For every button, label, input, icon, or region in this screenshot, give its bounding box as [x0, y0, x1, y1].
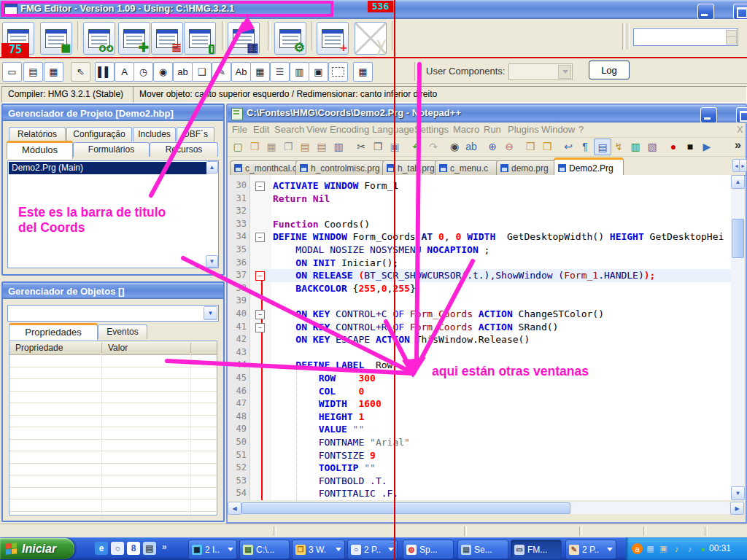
editor-vscrollbar[interactable]: ▲ ▼ [731, 175, 744, 500]
code-line-38[interactable]: BACKCOLOR {255,0,255} [273, 282, 416, 295]
label-control-button[interactable]: ▤ [23, 62, 43, 82]
scroll-down-button[interactable]: ▼ [206, 255, 218, 268]
menu-encoding[interactable]: Encoding [330, 122, 369, 137]
tab-relat-rios[interactable]: Relatórios [9, 127, 66, 141]
hscroll-left-button[interactable]: ◀ [228, 502, 241, 515]
menu-close-doc-icon[interactable]: X [737, 122, 743, 137]
object-manager-titlebar[interactable]: Gerenciador de Objetos [] [3, 283, 223, 299]
fold-marker[interactable]: − [255, 233, 265, 242]
listbox-control-button[interactable]: ☰ [270, 62, 290, 82]
play-macro-button[interactable]: ▶ [699, 139, 715, 154]
code-line-50[interactable]: FONTNAME "Arial" [273, 436, 410, 449]
mixer-tray-icon[interactable]: ♪ [684, 543, 695, 554]
find-button[interactable]: ◉ [446, 139, 462, 154]
load-session-button[interactable]: ❒ [522, 139, 538, 154]
menu-run[interactable]: Run [484, 122, 501, 137]
form-info-button[interactable]: i [184, 22, 216, 55]
code-line-37[interactable]: ON RELEASE (BT_SCR_SHOWCURSOR(.t.),ShowW… [273, 269, 655, 282]
editor-hscrollbar[interactable]: ◀ ▶ [228, 502, 744, 514]
display-tray-icon[interactable]: ▦ [645, 543, 656, 554]
project-manager-titlebar[interactable]: Gerenciador de Projeto [Demo2.hbp] [3, 105, 223, 121]
show-symbols-button[interactable]: ¶ [577, 139, 593, 154]
fold-marker[interactable]: − [255, 271, 265, 281]
npp-maximize-button[interactable] [736, 107, 747, 123]
antivirus-tray-icon[interactable]: a [632, 543, 643, 554]
search-quicklaunch-icon[interactable]: ○ [111, 542, 124, 555]
grid-settings-button[interactable]: ▦ [228, 22, 260, 55]
menu-search[interactable]: Search [274, 122, 304, 137]
vscroll-thumb[interactable] [732, 219, 744, 258]
hscroll-thumb[interactable] [241, 502, 570, 514]
menu-help[interactable]: ? [578, 122, 584, 137]
image-control-button[interactable]: ▦ [44, 62, 63, 82]
menu-plugins[interactable]: Plugins [508, 122, 539, 137]
code-line-34[interactable]: DEFINE WINDOW Form_Coords AT 0, 0 WIDTH … [273, 230, 724, 244]
object-select[interactable]: ▼ [7, 305, 219, 322]
animate-control-button[interactable]: ▣ [309, 62, 328, 82]
task-internet-group[interactable]: ▦2 I.. [188, 540, 237, 559]
task-notepadpp[interactable]: ▤C:\... [239, 540, 290, 559]
tab-propriedades[interactable]: Propriedades [9, 323, 98, 341]
volume-tray-icon[interactable]: ♪ [671, 543, 682, 554]
close-all-button[interactable]: ▤ [314, 139, 330, 154]
code-line-54[interactable]: FONTITALIC .F. [273, 487, 398, 500]
combo-control-button[interactable]: ✎ [212, 62, 231, 82]
indent-guide-button[interactable]: ▤ [594, 139, 611, 155]
fold-marker[interactable]: − [255, 310, 265, 319]
updater-tray-icon[interactable]: ● [697, 543, 708, 554]
monitor-button[interactable]: ▥ [627, 139, 643, 154]
code-line-45[interactable]: ROW 300 [273, 372, 376, 385]
user-components-select[interactable] [508, 63, 573, 80]
menu-edit[interactable]: Edit [253, 122, 269, 137]
fmg-search-input[interactable] [633, 28, 738, 46]
notepadpp-titlebar[interactable]: C:\Fontes\HMG\Coords\Demo2.Prg - Notepad… [228, 105, 746, 122]
code-line-30[interactable]: ACTIVATE WINDOW Form_1 [273, 179, 398, 192]
chevron-down-icon[interactable]: ▼ [204, 306, 217, 320]
task-chrome[interactable]: ◍Sp... [403, 540, 454, 559]
cut-button[interactable]: ✂ [353, 139, 369, 154]
redo-button[interactable]: ↷ [425, 139, 441, 154]
scroll-up-button[interactable]: ▲ [206, 161, 218, 174]
frame-control-button[interactable] [328, 62, 348, 82]
function-list-button[interactable]: ↯ [611, 139, 627, 154]
code-line-53[interactable]: FONTBOLD .T. [273, 475, 387, 488]
code-line-42[interactable]: ON KEY ESCAPE ACTION ThisWindow.Release(… [273, 333, 530, 346]
textbox-control-button[interactable]: ab [173, 62, 193, 82]
align-tools-button[interactable]: ≣ [151, 22, 183, 55]
code-line-33[interactable]: Function Coords() [273, 218, 370, 231]
fold-marker[interactable]: − [255, 323, 265, 332]
radio-control-button[interactable]: ◉ [153, 62, 173, 82]
tab-recursos[interactable]: Recursos [150, 142, 218, 157]
tab-eventos[interactable]: Eventos [98, 324, 147, 339]
code-line-36[interactable]: ON INIT Iniciar(); [273, 257, 398, 270]
doc-tab-h-controlmisc-prg[interactable]: h_controlmisc.prg [295, 160, 386, 175]
zoom-out-button[interactable]: ⊖ [501, 139, 517, 154]
window-control-button[interactable]: ▭ [2, 62, 22, 82]
printer-tray-icon[interactable]: ▣ [658, 543, 669, 554]
progressbar-control-button[interactable]: ▥ [290, 62, 309, 82]
menu-file[interactable]: File [232, 122, 247, 137]
stop-macro-button[interactable]: ■ [682, 139, 698, 154]
code-line-49[interactable]: VALUE "" [273, 423, 364, 436]
task-paint-group[interactable]: ✎2 P.. [565, 540, 616, 559]
menu-settings[interactable]: Settings [414, 122, 449, 137]
maximize-button[interactable] [733, 4, 747, 20]
task-search-group[interactable]: ○2 P.. [347, 540, 398, 559]
list-item[interactable]: Demo2.Prg (Main) [9, 162, 206, 174]
save-form-button[interactable]: ◼ [40, 22, 72, 55]
notes-quicklaunch-icon[interactable]: ▤ [143, 542, 156, 555]
pointer-tool-button[interactable]: ⇖ [71, 62, 90, 82]
npp-minimize-button[interactable] [700, 107, 717, 123]
doc-map-button[interactable]: ▧ [644, 139, 660, 154]
task-fmg-editor[interactable]: ▭FM... [511, 540, 562, 559]
vscroll-down-button[interactable]: ▼ [731, 486, 745, 500]
code-line-48[interactable]: HEIGHT 1 [273, 411, 364, 424]
code-line-35[interactable]: MODAL NOSIZE NOSYSMENU NOCAPTION ; [273, 244, 489, 257]
paste-button[interactable]: ▣ [387, 139, 403, 154]
minimize-button[interactable] [697, 4, 714, 20]
richedit-control-button[interactable]: Ab [231, 62, 251, 82]
code-line-51[interactable]: FONTSIZE 9 [273, 449, 376, 462]
new-file-button[interactable]: ▢ [230, 139, 246, 154]
undo-button[interactable]: ↶ [409, 139, 425, 154]
copy-button[interactable]: ❐ [370, 139, 386, 154]
